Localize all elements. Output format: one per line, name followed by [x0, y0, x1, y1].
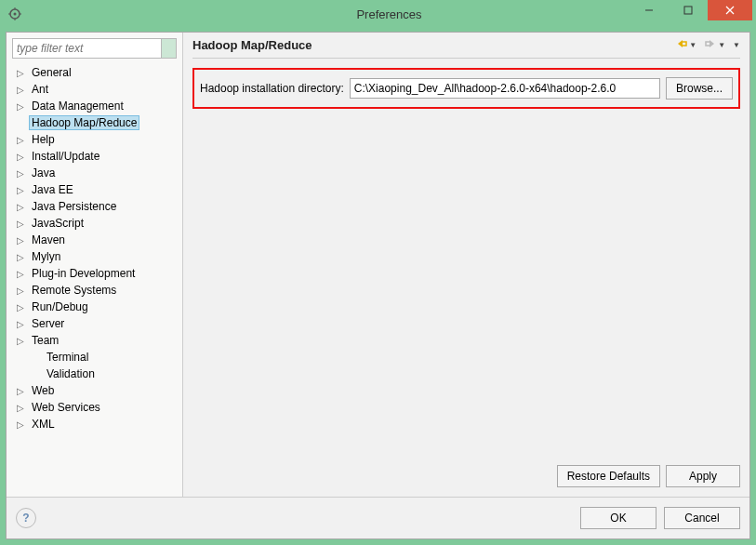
panel-menu-icon[interactable]: ▼ — [733, 41, 740, 49]
tree-item[interactable]: ▷JavaScript — [12, 215, 177, 232]
nav-back-icon[interactable] — [675, 38, 688, 52]
browse-button[interactable]: Browse... — [666, 77, 733, 100]
help-icon[interactable]: ? — [16, 508, 36, 528]
tree-item[interactable]: ▷Install/Update — [12, 148, 177, 165]
expand-icon[interactable]: ▷ — [14, 317, 27, 330]
tree-item-label: Server — [29, 316, 67, 331]
tree-item[interactable]: ▷Web Services — [12, 399, 177, 416]
tree-item[interactable]: ▷Java Persistence — [12, 198, 177, 215]
tree-item-label: General — [29, 65, 74, 80]
tree-item[interactable]: ▷Server — [12, 315, 177, 332]
tree-item-label: Mylyn — [29, 249, 63, 264]
cancel-button[interactable]: Cancel — [664, 507, 740, 529]
svg-point-1 — [14, 13, 17, 16]
tree-item-label: Java Persistence — [29, 199, 119, 214]
tree-item-label: Team — [29, 333, 61, 348]
main-panel: Hadoop Map/Reduce ▼ ▼ ▼ Hadoop installat… — [183, 33, 749, 497]
tree-item[interactable]: ▷Data Management — [12, 98, 177, 114]
tree-item-label: Maven — [29, 233, 68, 247]
window-controls — [630, 0, 752, 20]
tree-item-label: Web — [29, 383, 57, 398]
sidebar: ▷General▷Ant▷Data ManagementHadoop Map/R… — [7, 33, 183, 497]
expand-icon[interactable]: ▷ — [14, 217, 27, 230]
install-dir-label: Hadoop installation directory: — [200, 82, 344, 95]
tree-item-label: Web Services — [29, 400, 103, 415]
expand-icon[interactable]: ▷ — [14, 233, 27, 246]
tree-item-label: Remote Systems — [29, 283, 119, 298]
minimize-button[interactable] — [630, 0, 669, 20]
expand-icon[interactable]: ▷ — [14, 334, 27, 347]
expand-icon[interactable]: ▷ — [14, 284, 27, 297]
content-area: ▷General▷Ant▷Data ManagementHadoop Map/R… — [6, 32, 750, 539]
tree-item[interactable]: ▷Remote Systems — [12, 282, 177, 299]
expand-icon[interactable]: ▷ — [14, 250, 27, 263]
tree-item-label: Data Management — [29, 99, 126, 113]
tree-item-label: Java EE — [29, 182, 76, 197]
expand-icon[interactable]: ▷ — [14, 401, 27, 414]
install-dir-input[interactable] — [350, 78, 660, 99]
panel-header: Hadoop Map/Reduce ▼ ▼ ▼ — [192, 38, 740, 59]
ok-button[interactable]: OK — [580, 507, 657, 529]
tree-item-label: Validation — [44, 366, 98, 381]
expand-icon[interactable]: ▷ — [14, 300, 27, 313]
tree-item[interactable]: ▷Java EE — [12, 181, 177, 198]
expand-icon — [14, 367, 27, 380]
tree-item-label: Plug-in Development — [29, 266, 138, 281]
expand-icon[interactable]: ▷ — [14, 166, 27, 179]
tree-item[interactable]: ▷General — [12, 64, 177, 81]
nav-forward-icon[interactable] — [704, 38, 717, 52]
close-button[interactable] — [708, 0, 752, 20]
tree-item-label: JavaScript — [29, 216, 86, 231]
svg-rect-7 — [684, 7, 692, 14]
expand-icon[interactable]: ▷ — [14, 133, 27, 146]
filter-box — [12, 38, 177, 59]
titlebar: Preferences — [0, 0, 756, 28]
tree-item[interactable]: Terminal — [12, 349, 177, 366]
expand-icon — [14, 351, 27, 364]
expand-icon[interactable]: ▷ — [14, 100, 27, 113]
expand-icon — [14, 116, 27, 129]
tree-item[interactable]: ▷Web — [12, 382, 177, 399]
nav-back-dropdown-icon[interactable]: ▼ — [689, 41, 696, 49]
tree-item[interactable]: ▷Java — [12, 165, 177, 181]
tree-item[interactable]: ▷XML — [12, 416, 177, 432]
expand-icon[interactable]: ▷ — [14, 150, 27, 163]
expand-icon[interactable]: ▷ — [14, 267, 27, 280]
tree-item[interactable]: Hadoop Map/Reduce — [12, 114, 177, 131]
panel-title: Hadoop Map/Reduce — [192, 38, 675, 52]
tree-item[interactable]: ▷Help — [12, 131, 177, 148]
apply-button[interactable]: Apply — [666, 465, 740, 487]
tree-item-label: Run/Debug — [29, 299, 91, 314]
tree-item[interactable]: ▷Mylyn — [12, 248, 177, 265]
tree-item-label: Help — [29, 132, 58, 147]
tree-item[interactable]: ▷Ant — [12, 81, 177, 98]
filter-input[interactable] — [13, 39, 161, 58]
tree-item[interactable]: ▷Run/Debug — [12, 299, 177, 315]
nav-forward-dropdown-icon[interactable]: ▼ — [718, 41, 725, 49]
footer: ? OK Cancel — [7, 497, 749, 538]
footer-buttons: OK Cancel — [580, 507, 740, 529]
tree-item-label: XML — [29, 417, 58, 432]
tree-item-label: Install/Update — [29, 149, 102, 164]
tree-item-label: Hadoop Map/Reduce — [29, 115, 139, 130]
preferences-tree[interactable]: ▷General▷Ant▷Data ManagementHadoop Map/R… — [12, 64, 177, 497]
panel-nav: ▼ ▼ ▼ — [675, 38, 740, 52]
expand-icon[interactable]: ▷ — [14, 418, 27, 431]
expand-icon[interactable]: ▷ — [14, 83, 27, 96]
tree-item[interactable]: Validation — [12, 366, 177, 382]
expand-icon[interactable]: ▷ — [14, 200, 27, 213]
tree-item-label: Ant — [29, 82, 51, 97]
restore-defaults-button[interactable]: Restore Defaults — [557, 465, 660, 487]
expand-icon[interactable]: ▷ — [14, 183, 27, 196]
expand-icon[interactable]: ▷ — [14, 384, 27, 397]
tree-item-label: Java — [29, 166, 58, 180]
tree-item[interactable]: ▷Plug-in Development — [12, 265, 177, 282]
panel-bottom-buttons: Restore Defaults Apply — [192, 465, 740, 487]
expand-icon[interactable]: ▷ — [14, 66, 27, 79]
tree-item[interactable]: ▷Maven — [12, 232, 177, 248]
install-dir-row: Hadoop installation directory: Browse... — [192, 68, 740, 109]
maximize-button[interactable] — [669, 0, 708, 20]
tree-item[interactable]: ▷Team — [12, 332, 177, 349]
filter-clear-button[interactable] — [161, 39, 176, 58]
tree-item-label: Terminal — [44, 350, 91, 365]
